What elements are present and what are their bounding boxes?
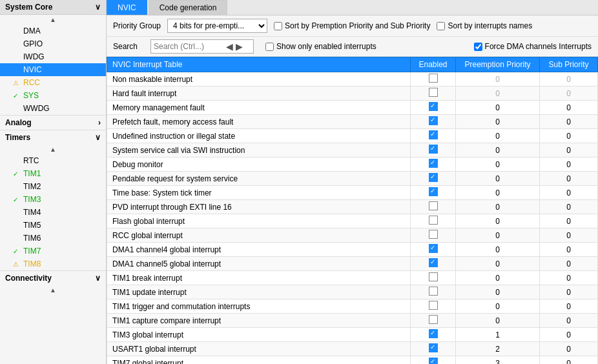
interrupt-preemption[interactable]: 0 <box>456 299 540 314</box>
interrupt-sub-priority[interactable]: 0 <box>540 356 598 365</box>
show-enabled-checkbox[interactable] <box>265 43 274 51</box>
interrupt-enabled[interactable] <box>411 157 456 172</box>
interrupt-preemption[interactable]: 0 <box>456 257 540 271</box>
sidebar-item-TIM7[interactable]: ✓ TIM7 <box>0 245 106 258</box>
sidebar-item-RTC[interactable]: RTC <box>0 154 106 167</box>
config-bar: Priority Group 4 bits for pre-empti...3 … <box>107 15 598 37</box>
sort-names-checkbox[interactable] <box>437 22 445 30</box>
col-header-sub: Sub Priority <box>540 57 598 72</box>
interrupt-name: DMA1 channel4 global interrupt <box>107 243 411 257</box>
sidebar-item-GPIO[interactable]: GPIO <box>0 37 106 50</box>
interrupt-enabled[interactable] <box>411 228 456 243</box>
interrupt-sub-priority[interactable]: 0 <box>540 129 598 143</box>
sidebar-item-TIM1[interactable]: ✓ TIM1 <box>0 167 106 180</box>
sort-names-group: Sort by interrupts names <box>437 21 532 30</box>
interrupt-preemption[interactable]: 0 <box>456 172 540 186</box>
interrupt-preemption[interactable]: 0 <box>456 186 540 200</box>
interrupt-preemption[interactable]: 0 <box>456 271 540 285</box>
interrupt-sub-priority[interactable]: 0 <box>540 299 598 314</box>
search-next-button[interactable]: ▶ <box>234 41 244 52</box>
interrupt-sub-priority[interactable]: 0 <box>540 243 598 257</box>
sidebar-item-TIM5[interactable]: TIM5 <box>0 219 106 232</box>
search-prev-button[interactable]: ◀ <box>225 41 234 52</box>
interrupt-name: System service call via SWI instruction <box>107 143 411 157</box>
interrupt-preemption[interactable]: 3 <box>456 356 540 365</box>
sidebar-item-WWDG[interactable]: WWDG <box>0 102 106 115</box>
interrupt-enabled[interactable] <box>411 101 456 115</box>
interrupt-preemption[interactable]: 0 <box>456 157 540 172</box>
timers-scroll-up[interactable]: ▲ <box>0 145 106 154</box>
search-input[interactable] <box>154 42 225 51</box>
interrupt-sub-priority[interactable]: 0 <box>540 342 598 356</box>
interrupt-sub-priority[interactable]: 0 <box>540 172 598 186</box>
sidebar-item-TIM6[interactable]: TIM6 <box>0 232 106 245</box>
interrupt-preemption[interactable]: 0 <box>456 143 540 157</box>
interrupt-sub-priority[interactable]: 0 <box>540 214 598 228</box>
interrupt-preemption[interactable]: 0 <box>456 314 540 328</box>
sidebar-collapse-icon[interactable]: ∨ <box>95 3 101 12</box>
interrupt-enabled[interactable] <box>411 86 456 101</box>
interrupt-sub-priority[interactable]: 0 <box>540 257 598 271</box>
interrupt-sub-priority[interactable]: 0 <box>540 101 598 115</box>
sidebar-item-TIM8[interactable]: ⚠ TIM8 <box>0 258 106 270</box>
interrupt-enabled[interactable] <box>411 342 456 356</box>
interrupt-enabled[interactable] <box>411 299 456 314</box>
sidebar-item-TIM3[interactable]: ✓ TIM3 <box>0 193 106 206</box>
connectivity-scroll-up[interactable]: ▲ <box>0 285 106 295</box>
tab-nvic[interactable]: NVIC <box>107 0 147 15</box>
sidebar-item-TIM2[interactable]: TIM2 <box>0 180 106 193</box>
interrupt-sub-priority[interactable]: 0 <box>540 271 598 285</box>
sidebar-item-TIM4[interactable]: TIM4 <box>0 206 106 219</box>
interrupt-sub-priority[interactable]: 0 <box>540 200 598 214</box>
interrupt-preemption[interactable]: 0 <box>456 101 540 115</box>
sidebar-item-NVIC[interactable]: NVIC <box>0 63 106 76</box>
interrupt-enabled[interactable] <box>411 271 456 285</box>
tab-code-generation[interactable]: Code generation <box>149 0 228 15</box>
interrupt-sub-priority[interactable]: 0 <box>540 285 598 299</box>
interrupt-enabled[interactable] <box>411 243 456 257</box>
interrupt-preemption[interactable]: 0 <box>456 214 540 228</box>
interrupt-preemption[interactable]: 2 <box>456 342 540 356</box>
interrupt-enabled[interactable] <box>411 143 456 157</box>
interrupt-sub-priority[interactable]: 0 <box>540 186 598 200</box>
interrupt-sub-priority[interactable]: 0 <box>540 157 598 172</box>
interrupt-name: USART1 global interrupt <box>107 342 411 356</box>
sidebar-section-connectivity[interactable]: Connectivity ∨ <box>0 270 106 285</box>
priority-group-select[interactable]: 4 bits for pre-empti...3 bits for pre-em… <box>167 19 267 33</box>
interrupt-enabled[interactable] <box>411 328 456 342</box>
interrupt-preemption[interactable]: 0 <box>456 228 540 243</box>
interrupt-enabled[interactable] <box>411 172 456 186</box>
interrupt-preemption[interactable]: 0 <box>456 115 540 129</box>
interrupt-enabled[interactable] <box>411 356 456 365</box>
sort-preemption-checkbox[interactable] <box>274 22 282 30</box>
interrupt-enabled[interactable] <box>411 72 456 86</box>
interrupt-enabled[interactable] <box>411 285 456 299</box>
interrupt-enabled[interactable] <box>411 200 456 214</box>
interrupt-sub-priority[interactable]: 0 <box>540 314 598 328</box>
sidebar-item-SYS[interactable]: ✓ SYS <box>0 89 106 102</box>
sidebar-section-timers[interactable]: Timers ∨ <box>0 130 106 145</box>
interrupt-enabled[interactable] <box>411 214 456 228</box>
interrupt-enabled[interactable] <box>411 257 456 271</box>
interrupt-preemption[interactable]: 0 <box>456 129 540 143</box>
interrupt-sub-priority[interactable]: 0 <box>540 115 598 129</box>
interrupt-name: TIM1 break interrupt <box>107 271 411 285</box>
interrupt-sub-priority[interactable]: 0 <box>540 228 598 243</box>
interrupt-enabled[interactable] <box>411 186 456 200</box>
interrupt-sub-priority[interactable]: 0 <box>540 143 598 157</box>
interrupt-name: Undefined instruction or illegal state <box>107 129 411 143</box>
interrupt-enabled[interactable] <box>411 115 456 129</box>
interrupt-sub-priority[interactable]: 0 <box>540 328 598 342</box>
interrupt-preemption[interactable]: 1 <box>456 328 540 342</box>
force-dma-checkbox[interactable] <box>474 43 482 51</box>
sidebar-scroll-up[interactable]: ▲ <box>0 15 106 25</box>
interrupt-enabled[interactable] <box>411 129 456 143</box>
sidebar-item-DMA[interactable]: DMA <box>0 25 106 37</box>
sidebar-item-IWDG[interactable]: IWDG <box>0 50 106 63</box>
sidebar-item-RCC[interactable]: ⚠ RCC <box>0 76 106 89</box>
interrupt-preemption[interactable]: 0 <box>456 243 540 257</box>
interrupt-enabled[interactable] <box>411 314 456 328</box>
interrupt-preemption[interactable]: 0 <box>456 285 540 299</box>
interrupt-preemption[interactable]: 0 <box>456 200 540 214</box>
sidebar-section-analog[interactable]: Analog › <box>0 115 106 130</box>
